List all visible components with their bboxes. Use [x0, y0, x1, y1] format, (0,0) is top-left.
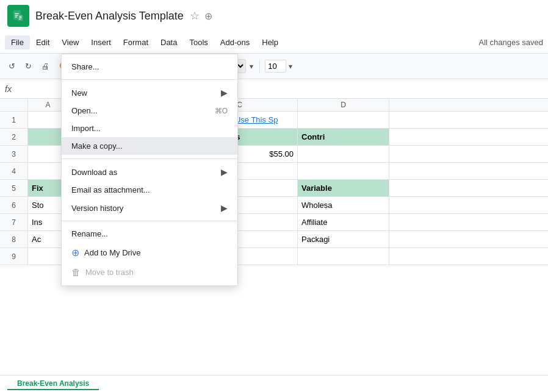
trash-label: Move to trash: [85, 268, 134, 277]
trash-icon: 🗑: [71, 267, 81, 277]
file-dropdown-menu: Share... New ▶ Open... ⌘O Import... Make…: [61, 54, 238, 286]
cell-9d[interactable]: [298, 248, 389, 265]
new-label: New: [71, 88, 87, 98]
menu-item-add-drive[interactable]: ⊕ Add to My Drive: [62, 243, 237, 263]
menu-insert[interactable]: Insert: [85, 35, 117, 49]
col-header-d[interactable]: D: [298, 99, 389, 111]
row-number: 5: [0, 180, 28, 196]
row-number: 3: [0, 146, 28, 162]
cell-7d[interactable]: Affiliate: [298, 214, 389, 230]
title-action-icons: ☆ ⊕: [190, 9, 212, 23]
menu-tools[interactable]: Tools: [183, 35, 214, 49]
undo-button[interactable]: ↺: [5, 59, 19, 73]
font-size-input[interactable]: [265, 60, 286, 73]
row-number: 4: [0, 163, 28, 179]
dropdown-separator-1: [62, 79, 237, 80]
sheet-tab-break-even[interactable]: Break-Even Analysis: [7, 378, 99, 390]
menu-edit[interactable]: Edit: [30, 35, 56, 49]
row-number: 8: [0, 231, 28, 248]
row-number: 1: [0, 112, 28, 128]
download-arrow-icon: ▶: [221, 167, 228, 177]
cell-1d[interactable]: [298, 112, 389, 128]
menu-bar: File Edit View Insert Format Data Tools …: [0, 32, 548, 54]
open-label: Open...: [71, 106, 98, 115]
row-number: 7: [0, 214, 28, 230]
row-number: 2: [0, 129, 28, 145]
import-label: Import...: [71, 124, 101, 133]
menu-addons[interactable]: Add-ons: [214, 35, 256, 49]
menu-item-rename[interactable]: Rename...: [62, 225, 237, 243]
font-arrow-icon: ▾: [250, 62, 253, 71]
dropdown-separator-3: [62, 221, 237, 221]
menu-item-new[interactable]: New ▶: [62, 84, 237, 102]
version-arrow-icon: ▶: [221, 203, 228, 213]
version-label: Version history: [71, 204, 123, 213]
open-shortcut: ⌘O: [215, 107, 228, 115]
rename-label: Rename...: [71, 229, 108, 238]
app-icon: [7, 5, 29, 27]
menu-file[interactable]: File: [5, 35, 30, 49]
cell-2d[interactable]: Contri: [298, 129, 389, 145]
save-status: All changes saved: [478, 38, 543, 47]
menu-view[interactable]: View: [56, 35, 85, 49]
row-num-header: [0, 99, 28, 111]
menu-item-version[interactable]: Version history ▶: [62, 199, 237, 217]
fx-label: fx: [5, 84, 12, 94]
dropdown-separator-2: [62, 159, 237, 159]
cell-8d[interactable]: Packagi: [298, 231, 389, 248]
print-button[interactable]: 🖨: [38, 59, 53, 73]
bottom-bar: Break-Even Analysis: [0, 375, 548, 392]
menu-item-download[interactable]: Download as ▶: [62, 163, 237, 181]
drive-icon: ⊕: [71, 247, 79, 258]
menu-item-make-copy[interactable]: Make a copy...: [62, 137, 237, 155]
redo-button[interactable]: ↻: [21, 59, 35, 73]
new-arrow-icon: ▶: [221, 88, 228, 98]
menu-data[interactable]: Data: [154, 35, 183, 49]
row-number: 6: [0, 197, 28, 213]
menu-format[interactable]: Format: [117, 35, 154, 49]
menu-item-share[interactable]: Share...: [62, 58, 237, 76]
cell-6d[interactable]: Wholesa: [298, 197, 389, 213]
menu-item-email[interactable]: Email as attachment...: [62, 181, 237, 199]
star-icon[interactable]: ☆: [190, 9, 200, 23]
share-history-icon[interactable]: ⊕: [204, 10, 212, 22]
menu-help[interactable]: Help: [256, 35, 284, 49]
title-bar: Break-Even Analysis Template ☆ ⊕: [0, 0, 548, 32]
font-size-arrow-icon: ▾: [289, 62, 292, 71]
download-label: Download as: [71, 168, 117, 177]
menu-item-trash: 🗑 Move to trash: [62, 263, 237, 282]
share-label: Share...: [71, 62, 99, 71]
menu-item-import[interactable]: Import...: [62, 119, 237, 137]
cell-5d[interactable]: Variable: [298, 180, 389, 196]
email-label: Email as attachment...: [71, 185, 150, 194]
toolbar-separator-3: [259, 60, 260, 73]
row-number: 9: [0, 248, 28, 265]
add-drive-label: Add to My Drive: [84, 248, 140, 257]
cell-3d[interactable]: [298, 146, 389, 162]
document-title: Break-Even Analysis Template: [35, 10, 184, 23]
cell-4d[interactable]: [298, 163, 389, 179]
make-copy-label: Make a copy...: [71, 141, 123, 151]
menu-item-open[interactable]: Open... ⌘O: [62, 102, 237, 119]
